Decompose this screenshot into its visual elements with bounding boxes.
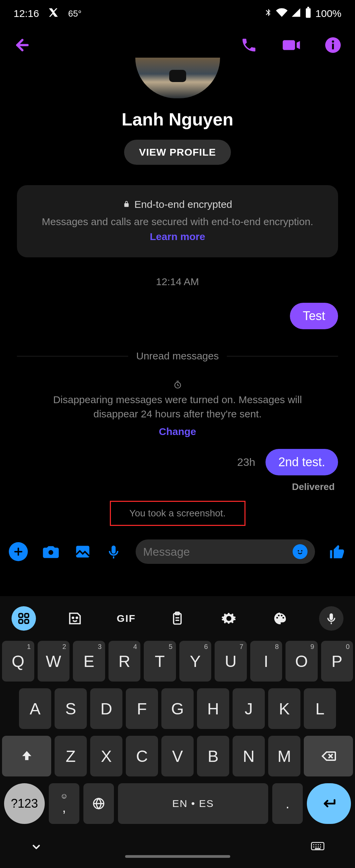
- svg-point-29: [320, 844, 321, 845]
- bluetooth-icon: [264, 8, 273, 19]
- key-h[interactable]: H: [197, 688, 229, 729]
- message-input-wrapper[interactable]: [136, 539, 315, 564]
- svg-point-4: [332, 40, 334, 43]
- more-actions-button[interactable]: [9, 542, 28, 561]
- sent-message[interactable]: 2nd test.: [265, 449, 338, 475]
- voice-message-button[interactable]: [105, 542, 122, 561]
- conversation-timestamp: 12:14 AM: [0, 276, 355, 288]
- svg-rect-23: [330, 613, 333, 620]
- key-z[interactable]: Z: [55, 736, 87, 776]
- key-p[interactable]: P0: [321, 641, 353, 682]
- key-d[interactable]: D: [90, 688, 122, 729]
- key-j[interactable]: J: [233, 688, 265, 729]
- key-v[interactable]: V: [161, 736, 194, 776]
- view-profile-button[interactable]: VIEW PROFILE: [124, 140, 231, 165]
- audio-call-button[interactable]: [240, 37, 257, 55]
- encryption-title: End-to-end encrypted: [134, 199, 232, 210]
- svg-point-21: [281, 615, 282, 616]
- space-key[interactable]: EN • ES: [118, 783, 268, 824]
- key-k[interactable]: K: [268, 688, 300, 729]
- kb-gif-button[interactable]: GIF: [114, 606, 138, 631]
- emoji-button[interactable]: [293, 544, 308, 559]
- kb-settings-icon[interactable]: [217, 606, 241, 631]
- key-g[interactable]: G: [161, 688, 194, 729]
- key-r[interactable]: R4: [109, 641, 141, 682]
- kb-clipboard-icon[interactable]: [165, 606, 190, 631]
- svg-rect-8: [112, 546, 116, 554]
- period-key[interactable]: .: [272, 783, 303, 824]
- svg-point-31: [315, 846, 316, 847]
- learn-more-link[interactable]: Learn more: [150, 231, 205, 242]
- nav-handle[interactable]: [125, 855, 230, 858]
- encryption-card: End-to-end encrypted Messages and calls …: [17, 185, 338, 257]
- svg-point-30: [313, 846, 314, 847]
- lock-icon: [123, 199, 130, 210]
- status-bar: 12:16 65° 100%: [0, 0, 355, 27]
- svg-rect-13: [19, 619, 23, 623]
- kb-sticker-icon[interactable]: [63, 606, 87, 631]
- svg-point-27: [315, 844, 316, 845]
- key-q[interactable]: Q1: [2, 641, 34, 682]
- emoji-hint-icon: ☺: [60, 792, 68, 800]
- nav-keyboard-icon[interactable]: [311, 842, 324, 854]
- like-button[interactable]: [329, 542, 346, 561]
- key-l[interactable]: L: [304, 688, 336, 729]
- svg-point-19: [276, 617, 278, 619]
- camera-button[interactable]: [41, 542, 60, 561]
- key-i[interactable]: I8: [250, 641, 282, 682]
- delivery-status: Delivered: [0, 481, 355, 492]
- gallery-button[interactable]: [74, 542, 92, 561]
- svg-rect-0: [306, 8, 311, 18]
- comma-key[interactable]: ☺ ,: [49, 783, 79, 824]
- key-w[interactable]: W2: [38, 641, 70, 682]
- svg-point-28: [318, 844, 319, 845]
- enter-key[interactable]: [307, 783, 351, 824]
- svg-point-33: [320, 846, 321, 847]
- svg-rect-14: [25, 619, 28, 623]
- svg-point-20: [278, 615, 279, 616]
- back-button[interactable]: [14, 36, 31, 55]
- key-e[interactable]: E3: [73, 641, 105, 682]
- key-u[interactable]: U7: [215, 641, 247, 682]
- battery-icon: [304, 7, 312, 21]
- svg-rect-34: [315, 848, 321, 849]
- svg-point-10: [301, 550, 302, 552]
- shift-key[interactable]: [2, 736, 51, 776]
- language-key[interactable]: [83, 783, 114, 824]
- key-c[interactable]: C: [126, 736, 158, 776]
- svg-point-15: [72, 617, 74, 618]
- status-temp: 65°: [68, 8, 81, 19]
- symbols-key[interactable]: ?123: [4, 783, 45, 824]
- key-x[interactable]: X: [90, 736, 122, 776]
- avatar[interactable]: [135, 58, 220, 98]
- unread-divider: Unread messages: [17, 350, 338, 362]
- key-m[interactable]: M: [268, 736, 300, 776]
- message-input[interactable]: [143, 545, 287, 558]
- svg-rect-11: [19, 614, 23, 617]
- kb-theme-icon[interactable]: [268, 606, 292, 631]
- key-t[interactable]: T5: [144, 641, 176, 682]
- key-o[interactable]: O9: [285, 641, 318, 682]
- kb-voice-icon[interactable]: [319, 606, 343, 631]
- nav-collapse-icon[interactable]: [31, 841, 42, 854]
- soft-keyboard: GIF Q1W2E3R4T5Y6U7I8O9P0 ASDFGHJKL ZXCVB…: [0, 596, 355, 868]
- key-b[interactable]: B: [197, 736, 229, 776]
- key-f[interactable]: F: [126, 688, 158, 729]
- message-age: 23h: [237, 456, 255, 469]
- info-button[interactable]: [324, 37, 341, 55]
- key-a[interactable]: A: [19, 688, 51, 729]
- key-s[interactable]: S: [55, 688, 87, 729]
- change-link[interactable]: Change: [159, 425, 196, 439]
- key-y[interactable]: Y6: [179, 641, 212, 682]
- svg-point-6: [48, 550, 53, 555]
- svg-point-22: [282, 617, 284, 619]
- nav-bar: [0, 827, 355, 868]
- key-n[interactable]: N: [233, 736, 265, 776]
- cell-signal-icon: [291, 7, 301, 20]
- svg-rect-12: [25, 614, 28, 617]
- backspace-key[interactable]: [304, 736, 353, 776]
- video-call-button[interactable]: [281, 35, 301, 56]
- kb-apps-icon[interactable]: [12, 606, 36, 631]
- sent-message[interactable]: Test: [290, 303, 338, 329]
- timer-icon: [173, 380, 182, 389]
